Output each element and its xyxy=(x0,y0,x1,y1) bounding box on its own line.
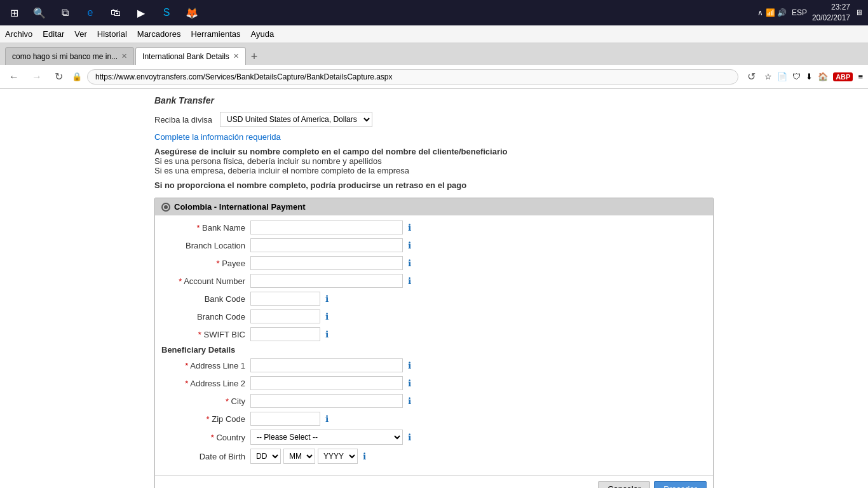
payee-input[interactable] xyxy=(250,256,403,270)
dob-info-icon[interactable]: ℹ xyxy=(363,451,366,461)
menu-historial[interactable]: Historial xyxy=(97,29,127,39)
language-indicator: ESP xyxy=(792,8,807,17)
dob-dd-select[interactable]: DD xyxy=(250,449,281,464)
skype-icon[interactable]: S xyxy=(158,4,175,22)
browser-content: Bank Transfer Reciba la divisa USD Unite… xyxy=(0,89,868,488)
start-button[interactable]: ⊞ xyxy=(5,4,23,22)
tab-other[interactable]: como hago si mi banco me in... ✕ xyxy=(5,47,134,65)
colombia-radio[interactable] xyxy=(161,203,170,212)
menu-editar[interactable]: Editar xyxy=(43,29,64,39)
address-line2-input[interactable] xyxy=(250,376,403,390)
colombia-panel: Colombia - International Payment * Bank … xyxy=(154,198,714,488)
search-taskbar-icon[interactable]: 🔍 xyxy=(31,4,48,22)
menu-ayuda[interactable]: Ayuda xyxy=(250,29,274,39)
address-line1-row: * Address Line 1 ℹ xyxy=(161,358,707,372)
zip-code-label: * Zip Code xyxy=(161,414,250,424)
payee-row: * Payee ℹ xyxy=(161,256,707,270)
menu-marcadores[interactable]: Marcadores xyxy=(137,29,181,39)
address-line2-row: * Address Line 2 ℹ xyxy=(161,376,707,390)
warning-line3: Si es una empresa, debería incluir el no… xyxy=(154,166,714,175)
dob-yyyy-select[interactable]: YYYY xyxy=(318,449,358,464)
city-input[interactable] xyxy=(250,394,403,408)
country-label: * Country xyxy=(161,433,250,442)
back-button[interactable]: ← xyxy=(5,70,23,84)
tab-other-close[interactable]: ✕ xyxy=(121,52,127,60)
account-number-info-icon[interactable]: ℹ xyxy=(408,276,411,286)
country-info-icon[interactable]: ℹ xyxy=(408,432,411,442)
task-view-icon[interactable]: ⧉ xyxy=(56,4,74,22)
new-tab-button[interactable]: + xyxy=(247,49,262,65)
swift-bic-label: * SWIFT BIC xyxy=(161,330,250,339)
show-desktop-icon[interactable]: 🖥 xyxy=(855,8,863,17)
bank-code-info-icon[interactable]: ℹ xyxy=(325,294,329,304)
firefox-icon[interactable]: 🦊 xyxy=(183,4,201,22)
city-row: * City ℹ xyxy=(161,394,707,408)
reader-view-icon[interactable]: 📄 xyxy=(777,72,787,81)
reciba-row: Reciba la divisa USD United States of Am… xyxy=(154,112,714,127)
branch-location-row: Branch Location ℹ xyxy=(161,238,707,252)
address-line2-info-icon[interactable]: ℹ xyxy=(408,378,411,388)
menu-ver[interactable]: Ver xyxy=(74,29,87,39)
home-icon[interactable]: 🏠 xyxy=(818,72,828,81)
bank-name-info-icon[interactable]: ℹ xyxy=(408,222,411,233)
account-number-input[interactable] xyxy=(250,274,403,288)
address-input[interactable] xyxy=(87,69,738,85)
cancel-button[interactable]: Cancelar xyxy=(598,481,650,488)
tab-bank-details-close[interactable]: ✕ xyxy=(233,52,239,60)
system-tray: ∧ 📶 🔊 xyxy=(757,8,787,17)
media-icon[interactable]: ▶ xyxy=(132,4,150,22)
swift-bic-info-icon[interactable]: ℹ xyxy=(325,329,329,339)
info-text: Complete la información requerida xyxy=(154,132,714,142)
bank-code-label: Bank Code xyxy=(161,294,250,304)
bookmark-star-icon[interactable]: ☆ xyxy=(764,72,772,81)
branch-code-info-icon[interactable]: ℹ xyxy=(325,311,329,322)
branch-location-input[interactable] xyxy=(250,238,403,252)
menu-herramientas[interactable]: Herramientas xyxy=(191,29,240,39)
branch-code-input[interactable] xyxy=(250,309,320,323)
country-select[interactable]: -- Please Select -- xyxy=(250,430,403,445)
bank-name-row: * Bank Name ℹ xyxy=(161,220,707,234)
colombia-title: Colombia - International Payment xyxy=(174,202,306,212)
dob-selects: DD MM YYYY xyxy=(250,449,358,464)
warning-line2: Si es una persona física, debería inclui… xyxy=(154,156,714,166)
bank-name-input[interactable] xyxy=(250,220,403,234)
bank-code-row: Bank Code ℹ xyxy=(161,292,707,306)
download-icon[interactable]: ⬇ xyxy=(806,72,813,81)
forward-button[interactable]: → xyxy=(28,70,46,84)
addressbar-icons: ☆ 📄 🛡 ⬇ 🏠 ABP ≡ xyxy=(764,72,863,81)
page-content: Bank Transfer Reciba la divisa USD Unite… xyxy=(142,89,726,488)
zip-code-input[interactable] xyxy=(250,412,320,426)
taskbar: ⊞ 🔍 ⧉ e 🛍 ▶ S 🦊 ∧ 📶 🔊 ESP 23:27 20/02/20… xyxy=(0,0,868,25)
address-line1-label: * Address Line 1 xyxy=(161,361,250,370)
reload-button[interactable]: ↺ xyxy=(743,69,759,84)
address-line1-input[interactable] xyxy=(250,358,403,372)
address-line1-info-icon[interactable]: ℹ xyxy=(408,360,411,370)
bank-code-input[interactable] xyxy=(250,292,320,306)
clock: 23:27 20/02/2017 xyxy=(812,2,850,24)
shield-icon[interactable]: 🛡 xyxy=(792,72,801,81)
bank-name-label: * Bank Name xyxy=(161,223,250,233)
tab-bank-details[interactable]: International Bank Details ✕ xyxy=(135,47,246,65)
menu-icon[interactable]: ≡ xyxy=(858,72,863,81)
zip-code-info-icon[interactable]: ℹ xyxy=(325,414,329,424)
city-label: * City xyxy=(161,396,250,406)
edge-icon[interactable]: e xyxy=(81,4,99,22)
address-line2-label: * Address Line 2 xyxy=(161,379,250,388)
beneficiary-label: Beneficiary Details xyxy=(161,345,250,355)
store-icon[interactable]: 🛍 xyxy=(107,4,125,22)
refresh-button[interactable]: ↻ xyxy=(51,69,67,84)
proceed-button[interactable]: Proceder xyxy=(654,481,707,488)
account-number-label: * Account Number xyxy=(161,276,250,286)
tab-bank-details-label: International Bank Details xyxy=(142,52,229,61)
account-number-row: * Account Number ℹ xyxy=(161,274,707,288)
menu-archivo[interactable]: Archivo xyxy=(5,29,32,39)
branch-location-info-icon[interactable]: ℹ xyxy=(408,240,411,250)
payee-info-icon[interactable]: ℹ xyxy=(408,258,411,268)
currency-select[interactable]: USD United States of America, Dollars xyxy=(220,112,372,127)
city-info-icon[interactable]: ℹ xyxy=(408,396,411,406)
warning-line4: Si no proporciona el nombre completo, po… xyxy=(154,180,714,190)
dob-mm-select[interactable]: MM xyxy=(283,449,315,464)
branch-code-label: Branch Code xyxy=(161,312,250,322)
adblock-badge[interactable]: ABP xyxy=(833,72,853,81)
swift-bic-input[interactable] xyxy=(250,327,320,341)
